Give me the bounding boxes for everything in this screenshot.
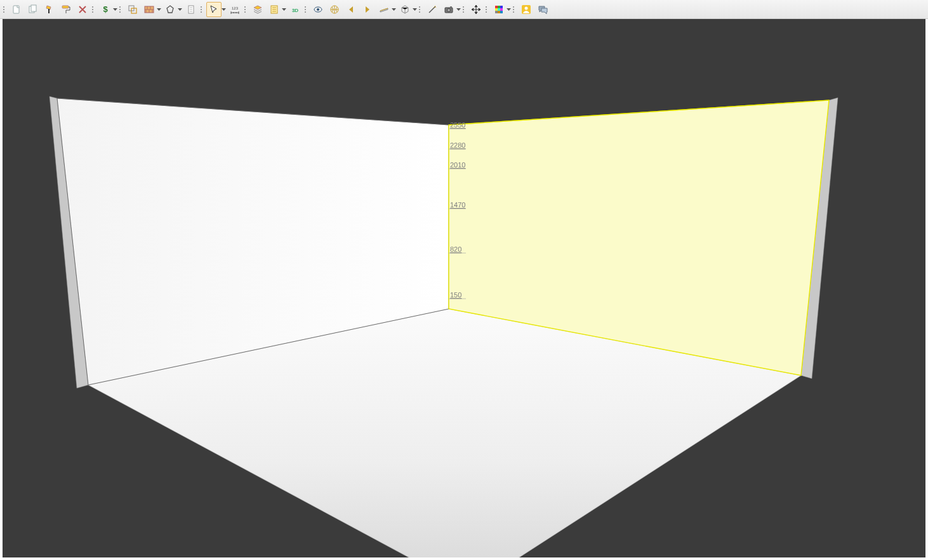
toolbar-grip[interactable] — [119, 3, 123, 16]
box-wire-icon[interactable] — [397, 2, 413, 17]
camera-dropdown[interactable] — [456, 8, 461, 11]
cursor-dropdown[interactable] — [221, 8, 227, 11]
measure-icon[interactable]: 123 — [227, 2, 242, 17]
toolbar-grip[interactable] — [486, 3, 489, 16]
toolbar-grip[interactable] — [244, 3, 248, 16]
wand-icon[interactable] — [425, 2, 440, 17]
svg-rect-22 — [495, 8, 498, 11]
delete-x-icon[interactable] — [75, 2, 90, 17]
svg-text:$: $ — [103, 4, 108, 14]
svg-rect-2 — [31, 5, 36, 11]
svg-rect-27 — [500, 11, 503, 13]
currency-icon[interactable]: $ — [98, 2, 113, 17]
new-plan-icon[interactable] — [9, 2, 24, 17]
svg-point-17 — [447, 8, 451, 11]
svg-rect-0 — [13, 6, 19, 13]
dimension-label: 820 — [450, 245, 461, 253]
dimension-label: 1470 — [450, 201, 465, 209]
svg-text:3D: 3D — [292, 8, 298, 13]
dimension-label: 2010 — [450, 161, 465, 169]
3d-icon[interactable]: 3D — [288, 2, 303, 17]
box-wire-dropdown[interactable] — [412, 8, 418, 11]
toolbar-grip[interactable] — [92, 3, 96, 16]
svg-rect-23 — [498, 8, 500, 11]
toolbar-grip[interactable] — [3, 3, 7, 16]
color-grid-dropdown[interactable] — [506, 8, 512, 11]
svg-rect-21 — [500, 6, 503, 8]
dimension-label: 150 — [450, 291, 461, 299]
paint-roller-icon[interactable] — [58, 2, 74, 17]
svg-point-14 — [317, 8, 319, 11]
svg-rect-25 — [495, 11, 498, 13]
3d-viewport[interactable]: 2550228020101470820150 — [0, 19, 928, 560]
svg-rect-19 — [495, 6, 498, 8]
arrow-left-icon[interactable] — [343, 2, 359, 17]
svg-text:123: 123 — [232, 6, 239, 10]
chat-icon[interactable] — [535, 2, 550, 17]
currency-dropdown[interactable] — [112, 8, 118, 11]
copy-outline-icon[interactable] — [125, 2, 140, 17]
toolbar-grip[interactable] — [513, 3, 517, 16]
svg-rect-20 — [498, 6, 500, 8]
toolbar-grip[interactable] — [305, 3, 308, 16]
move-icon[interactable] — [468, 2, 484, 17]
copy-page-icon[interactable] — [25, 2, 41, 17]
toolbar-grip[interactable] — [463, 3, 467, 16]
polygon-dropdown[interactable] — [177, 8, 183, 11]
arrow-right-icon[interactable] — [360, 2, 375, 17]
dimension-label: 2550 — [450, 121, 465, 129]
color-grid-icon[interactable] — [491, 2, 507, 17]
layers-icon[interactable] — [250, 2, 265, 17]
svg-rect-4 — [62, 6, 69, 8]
svg-rect-24 — [500, 8, 503, 11]
cursor-icon[interactable] — [206, 2, 222, 17]
brick-wall-dropdown[interactable] — [156, 8, 162, 11]
paint-format-icon[interactable] — [42, 2, 57, 17]
svg-point-29 — [525, 6, 528, 10]
svg-rect-3 — [48, 9, 50, 13]
globe-icon[interactable] — [327, 2, 342, 17]
sheet-icon[interactable] — [267, 2, 282, 17]
svg-rect-26 — [498, 11, 500, 13]
camera-icon[interactable] — [441, 2, 456, 17]
user-icon[interactable] — [519, 2, 534, 17]
toolbar-grip[interactable] — [201, 3, 204, 16]
polygon-icon[interactable] — [162, 2, 178, 17]
scene-svg: 2550228020101470820150 — [3, 19, 925, 557]
document-icon[interactable] — [183, 2, 199, 17]
plane-icon[interactable] — [376, 2, 392, 17]
toolbar-grip[interactable] — [419, 3, 423, 16]
dimension-label: 2280 — [450, 141, 465, 149]
plane-dropdown[interactable] — [391, 8, 397, 11]
svg-rect-18 — [450, 6, 452, 8]
main-toolbar: $1233D — [0, 0, 928, 19]
brick-wall-icon[interactable] — [142, 2, 157, 17]
sheet-dropdown[interactable] — [281, 8, 287, 11]
eye-icon[interactable] — [310, 2, 326, 17]
